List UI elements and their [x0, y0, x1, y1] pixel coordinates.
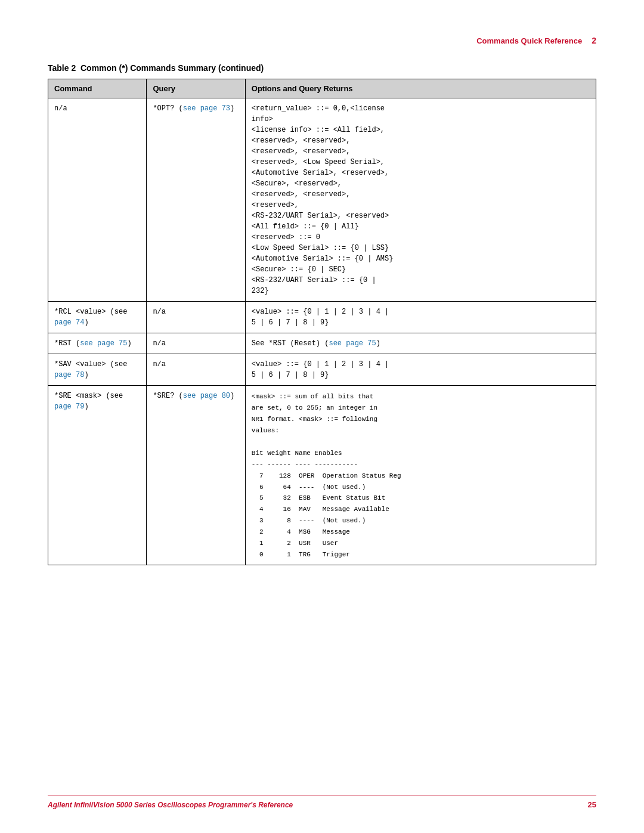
cell-options-2: <value> ::= {0 | 1 | 2 | 3 | 4 | 5 | 6 |…	[245, 302, 596, 333]
page-footer: Agilent InfiniiVision 5000 Series Oscill…	[48, 795, 596, 809]
table-header-row: Command Query Options and Query Returns	[48, 79, 596, 98]
footer-left-text: Agilent InfiniiVision 5000 Series Oscill…	[48, 801, 293, 809]
cell-command-4: *SAV <value> (seepage 78)	[48, 354, 147, 386]
table-row: *RST (see page 75) n/a See *RST (Reset) …	[48, 333, 596, 354]
cell-command-5: *SRE <mask> (seepage 79)	[48, 386, 147, 565]
table-caption-text: Common (*) Commands Summary (continued)	[80, 63, 264, 73]
header-title: Commands Quick Reference	[476, 36, 582, 45]
page-container: Commands Quick Reference 2 Table 2 Commo…	[0, 0, 644, 833]
table-caption: Table 2 Common (*) Commands Summary (con…	[48, 63, 596, 73]
cell-options-1: <return_value> ::= 0,0,<license info> <l…	[245, 98, 596, 302]
table-row: *SRE <mask> (seepage 79) *SRE? (see page…	[48, 386, 596, 565]
cell-options-5: <mask> ::= sum of all bits that are set,…	[245, 386, 596, 565]
page-header: Commands Quick Reference 2	[48, 36, 596, 45]
column-header-options: Options and Query Returns	[245, 79, 596, 98]
table-row: *RCL <value> (seepage 74) n/a <value> ::…	[48, 302, 596, 333]
table-row: n/a *OPT? (see page 73) <return_value> :…	[48, 98, 596, 302]
link-page-80[interactable]: see page 80	[183, 392, 230, 400]
column-header-command: Command	[48, 79, 147, 98]
options-preformatted-5: <mask> ::= sum of all bits that are set,…	[252, 393, 401, 558]
cell-command-1: n/a	[48, 98, 147, 302]
cell-command-3: *RST (see page 75)	[48, 333, 147, 354]
cell-query-5: *SRE? (see page 80)	[147, 386, 245, 565]
link-page-79[interactable]: page 79	[54, 402, 84, 411]
link-page-74[interactable]: page 74	[54, 318, 84, 327]
cell-query-3: n/a	[147, 333, 245, 354]
footer-page-number: 25	[588, 800, 596, 809]
cell-options-4: <value> ::= {0 | 1 | 2 | 3 | 4 | 5 | 6 |…	[245, 354, 596, 386]
cell-query-4: n/a	[147, 354, 245, 386]
header-page-number: 2	[592, 36, 596, 45]
table-number: Table 2	[48, 63, 76, 73]
cell-query-2: n/a	[147, 302, 245, 333]
table-row: *SAV <value> (seepage 78) n/a <value> ::…	[48, 354, 596, 386]
column-header-query: Query	[147, 79, 245, 98]
main-table: Command Query Options and Query Returns …	[48, 79, 596, 565]
cell-query-1: *OPT? (see page 73)	[147, 98, 245, 302]
cell-command-2: *RCL <value> (seepage 74)	[48, 302, 147, 333]
link-page-73[interactable]: see page 73	[183, 104, 230, 113]
link-page-75a[interactable]: see page 75	[80, 339, 127, 348]
link-page-78[interactable]: page 78	[54, 371, 84, 379]
cell-options-3: See *RST (Reset) (see page 75)	[245, 333, 596, 354]
link-page-75b[interactable]: see page 75	[329, 339, 376, 348]
